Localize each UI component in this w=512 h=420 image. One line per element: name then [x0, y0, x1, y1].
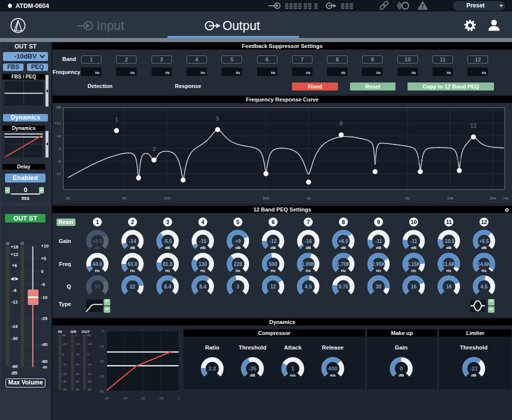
svg-text:dB: dB	[482, 246, 487, 250]
svg-text:Hz: Hz	[165, 268, 170, 273]
svg-text:130: 130	[198, 262, 207, 267]
svg-text:dB: dB	[56, 105, 61, 110]
svg-text:9: 9	[374, 158, 376, 164]
svg-text:Hz: Hz	[446, 268, 452, 273]
svg-text:dB: dB	[306, 246, 311, 250]
svg-text:-80: -80	[76, 388, 80, 391]
svg-text:50: 50	[122, 196, 126, 200]
svg-text:-21: -21	[470, 366, 478, 372]
svg-text:-30: -30	[76, 363, 80, 366]
svg-text:0: 0	[62, 353, 64, 356]
svg-text:100: 100	[164, 196, 170, 200]
svg-text:-12: -12	[55, 172, 61, 176]
svg-text:-14: -14	[129, 238, 136, 244]
svg-text:Hz: Hz	[236, 268, 240, 273]
svg-text:0.75: 0.75	[338, 284, 348, 290]
svg-text:1.70K: 1.70K	[336, 262, 350, 267]
svg-text:dB: dB	[376, 246, 382, 250]
svg-text:dB: dB	[411, 246, 416, 250]
svg-text:0: 0	[76, 334, 77, 337]
svg-text:-40: -40	[76, 372, 80, 376]
svg-text:16: 16	[446, 284, 452, 290]
svg-text:-90: -90	[42, 366, 47, 369]
svg-text:8.4: 8.4	[200, 284, 206, 290]
svg-text:1: 1	[115, 116, 118, 122]
svg-text:16: 16	[411, 284, 417, 290]
svg-text:3: 3	[166, 219, 169, 225]
svg-text:Hz: Hz	[130, 268, 135, 273]
svg-text:4: 4	[182, 166, 184, 172]
svg-text:10k: 10k	[447, 196, 454, 200]
svg-text:0: 0	[102, 329, 104, 334]
svg-text:1:2: 1:2	[208, 366, 216, 372]
svg-text:-10: -10	[62, 363, 66, 366]
svg-text:-40: -40	[88, 380, 92, 383]
svg-text:+5.5: +5.5	[479, 238, 489, 244]
svg-text:0: 0	[14, 277, 16, 282]
svg-text:7: 7	[307, 168, 310, 174]
svg-text:500: 500	[269, 262, 278, 267]
svg-text:-15: -15	[158, 396, 163, 400]
svg-text:63.0: 63.0	[128, 262, 138, 267]
svg-text:-10: -10	[88, 363, 92, 366]
svg-text:30: 30	[376, 284, 382, 290]
svg-text:-6: -6	[12, 288, 16, 293]
svg-text:Output: Output	[222, 18, 260, 32]
svg-text:Hz: Hz	[270, 268, 276, 273]
svg-text:-30: -30	[11, 336, 18, 341]
svg-text:Hz: Hz	[504, 196, 508, 200]
svg-text:0: 0	[41, 269, 44, 274]
svg-text:Attack: Attack	[284, 344, 302, 350]
svg-text:14.6K: 14.6K	[478, 262, 491, 267]
svg-text:9: 9	[377, 219, 380, 225]
svg-text:+10: +10	[62, 342, 67, 346]
svg-text:8.4: 8.4	[164, 284, 171, 290]
svg-text:Hz: Hz	[200, 268, 206, 273]
svg-text:-30: -30	[98, 359, 104, 364]
svg-text:dB: dB	[250, 373, 256, 378]
svg-text:-12: -12	[270, 238, 277, 244]
svg-text:PK: PK	[62, 334, 66, 337]
svg-text:12: 12	[481, 219, 487, 225]
svg-text:+10: +10	[88, 342, 92, 346]
svg-text:1.00K: 1.00K	[302, 262, 315, 267]
svg-text:8: 8	[342, 219, 345, 225]
svg-text:12: 12	[470, 122, 476, 128]
svg-text:10: 10	[410, 219, 416, 225]
svg-text:10: 10	[417, 158, 423, 164]
svg-text:2: 2	[131, 219, 134, 225]
svg-text:dB: dB	[12, 370, 18, 376]
svg-text:+6: +6	[56, 134, 62, 138]
svg-text:-10: -10	[76, 342, 80, 346]
svg-text:81.0: 81.0	[163, 262, 173, 267]
svg-text:11: 11	[446, 219, 452, 225]
svg-text:-15: -15	[199, 238, 206, 244]
svg-text:dB: dB	[398, 373, 404, 378]
svg-text:-20: -20	[41, 316, 48, 321]
svg-text:-60: -60	[11, 364, 18, 369]
svg-text:-5.5: -5.5	[164, 238, 172, 244]
svg-text:dB: dB	[471, 373, 476, 378]
svg-text:8: 8	[340, 120, 342, 126]
svg-text:dB: dB	[236, 246, 241, 250]
svg-text:-11: -11	[410, 238, 417, 244]
svg-text:+6: +6	[12, 263, 17, 268]
svg-text:0: 0	[178, 396, 180, 400]
svg-text:Ratio: Ratio	[205, 344, 220, 350]
svg-text:-5: -5	[41, 282, 45, 287]
svg-text:+5: +5	[41, 256, 46, 261]
svg-text:ms: ms	[330, 373, 336, 378]
svg-text:dB: dB	[340, 246, 346, 250]
svg-text:11: 11	[456, 156, 462, 162]
svg-text:-30: -30	[140, 396, 145, 400]
svg-text:-20: -20	[88, 372, 92, 376]
svg-text:3: 3	[236, 284, 240, 290]
svg-text:Release: Release	[322, 344, 344, 350]
svg-text:dB: dB	[270, 246, 276, 250]
svg-text:Threshold: Threshold	[460, 344, 488, 350]
svg-text:-40: -40	[62, 380, 66, 383]
svg-text:-11: -11	[375, 238, 382, 244]
svg-text:-20: -20	[76, 353, 80, 356]
svg-text:Gain: Gain	[395, 344, 408, 350]
svg-text:-60: -60	[76, 380, 80, 383]
